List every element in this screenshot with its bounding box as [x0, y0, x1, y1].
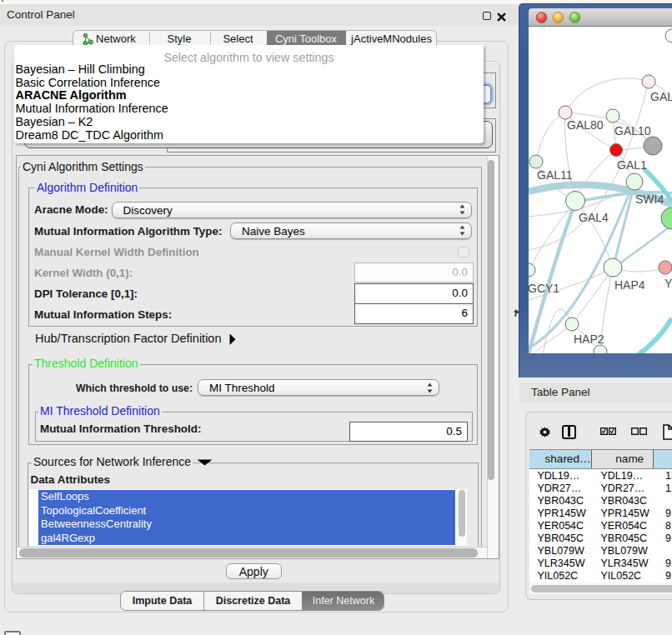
svg-text:SWI4: SWI4: [635, 192, 664, 206]
svg-text:HAP4: HAP4: [614, 278, 645, 292]
svg-text:GAL80: GAL80: [567, 118, 604, 132]
svg-text:GAL7: GAL7: [650, 90, 672, 103]
svg-text:Y: Y: [664, 277, 672, 290]
svg-text:HAP2: HAP2: [574, 332, 604, 346]
svg-text:GAL10: GAL10: [614, 124, 651, 138]
svg-text:GAL4: GAL4: [579, 211, 609, 224]
svg-text:GCY1: GCY1: [529, 282, 559, 295]
svg-text:GAL11: GAL11: [537, 168, 573, 182]
svg-text:GAL1: GAL1: [617, 158, 647, 172]
